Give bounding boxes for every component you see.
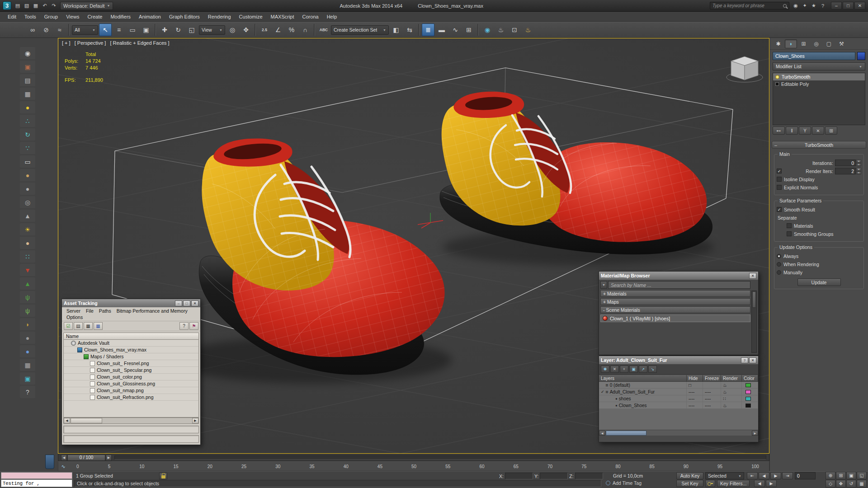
menu-item[interactable]: Create — [83, 12, 106, 21]
zoom-all-icon[interactable]: ⊞ — [836, 472, 846, 479]
menu-item[interactable]: Options — [64, 314, 85, 320]
iterations-field[interactable]: 0 — [835, 160, 856, 166]
render-iters-spinner[interactable]: ▲▼ — [856, 168, 861, 174]
plane-icon[interactable]: ▭ — [20, 155, 35, 168]
hide-cell[interactable]: ---- — [687, 389, 703, 395]
select-and-manipulate-icon[interactable]: ✥ — [240, 23, 252, 36]
drop-icon[interactable]: ▼ — [20, 264, 35, 276]
y-coordinate-field[interactable] — [540, 473, 568, 479]
select-object-icon[interactable]: ↖ — [99, 23, 112, 36]
search-input[interactable]: Type a keyword or phrase — [710, 2, 789, 9]
current-frame-field[interactable]: 0 — [795, 472, 816, 479]
freeze-cell[interactable]: ---- — [703, 395, 721, 402]
freeze-cell[interactable] — [703, 382, 721, 388]
vertical-scrollbar[interactable] — [751, 291, 757, 353]
menu-item[interactable]: Views — [62, 12, 83, 21]
asset-tree-row[interactable]: Autodesk Vault — [64, 340, 198, 347]
mound-icon[interactable]: ◗ — [20, 318, 35, 330]
open-file-icon[interactable]: ▧ — [23, 2, 31, 10]
minimize-button[interactable]: – — [831, 2, 842, 9]
hide-cell[interactable]: □ — [687, 382, 703, 388]
menu-item[interactable]: Corona — [298, 12, 323, 21]
layer-row[interactable]: ● shoes ---- ---- ∷ — [599, 395, 758, 402]
sphere-icon[interactable]: ● — [20, 183, 35, 195]
tab-utilities[interactable]: ⚒ — [835, 39, 848, 48]
favorites-icon[interactable]: ★ — [810, 2, 818, 10]
undo-icon[interactable]: ↶ — [41, 2, 49, 10]
viewport-layout-tab[interactable] — [45, 455, 54, 469]
maxscript-mini-listener[interactable]: Testing for , — [1, 479, 72, 487]
material-group-header[interactable]: - Scene Materials — [600, 306, 750, 313]
close-button[interactable]: ✕ — [191, 300, 198, 306]
move-up-icon[interactable]: ↗ — [639, 366, 647, 373]
column-header[interactable]: Render — [721, 375, 742, 382]
iterations-spinner[interactable]: ▲▼ — [856, 160, 861, 166]
tab-motion[interactable]: ◎ — [810, 39, 822, 48]
grass-icon[interactable]: ψ — [20, 291, 35, 303]
thumbnail-view-icon[interactable]: ▦ — [84, 322, 93, 330]
menu-item[interactable]: Server — [64, 308, 83, 314]
percent-snap-icon[interactable]: % — [285, 23, 298, 36]
help-button[interactable]: ? — [741, 357, 748, 363]
angle-snap-icon[interactable]: ∠ — [272, 23, 284, 36]
spinner-snap-icon[interactable]: ∩ — [299, 23, 311, 36]
column-header[interactable]: Hide — [687, 375, 703, 382]
always-radio[interactable] — [777, 254, 781, 258]
sphere2-icon[interactable]: ● — [20, 332, 35, 344]
camera-eye-icon[interactable]: ◉ — [20, 47, 35, 59]
select-and-rotate-icon[interactable]: ↻ — [172, 23, 184, 36]
smooth-result-checkbox[interactable]: ✓ — [777, 207, 782, 212]
viewport-menu-pov[interactable]: [ Perspective ] — [75, 40, 106, 46]
details-view-icon[interactable]: ▦ — [94, 322, 103, 330]
menu-item[interactable]: Bitmap Performance and Memory — [114, 308, 190, 314]
menu-item[interactable]: Graph Editors — [165, 12, 204, 21]
torus-icon[interactable]: ◎ — [20, 196, 35, 208]
select-and-scale-icon[interactable]: ◱ — [185, 23, 198, 36]
tab-display[interactable]: ▢ — [823, 39, 835, 48]
zoom-region-icon[interactable]: ◱ — [857, 472, 867, 479]
help-icon[interactable]: ? — [179, 322, 189, 330]
maximize-viewport-icon[interactable]: ▦ — [857, 480, 867, 488]
layer-window-titlebar[interactable]: Layer: Adult_Clown_Suit_Fur ?✕ — [599, 356, 758, 364]
when-rendering-radio[interactable] — [777, 262, 781, 267]
modifier-stack-entry[interactable]: Editable Poly — [773, 80, 865, 88]
previous-key-button[interactable]: ◀ — [754, 480, 765, 487]
redo-icon[interactable]: ↷ — [50, 2, 58, 10]
select-and-move-icon[interactable]: ✚ — [158, 23, 171, 36]
orbit-icon[interactable]: ↺ — [846, 480, 856, 488]
layer-row[interactable]: ≣ 0 (default) □ ♨ — [599, 382, 758, 389]
key-mode-dropdown[interactable]: Selected▼ — [705, 472, 744, 479]
menu-item[interactable]: Edit — [4, 12, 20, 21]
close-button[interactable]: ✕ — [854, 2, 865, 9]
grid2-icon[interactable]: ▦ — [20, 88, 35, 100]
render-cell[interactable]: ♨ — [721, 389, 742, 395]
menu-item[interactable]: File — [83, 308, 96, 314]
pin-stack-icon[interactable]: ⊷ — [773, 127, 785, 135]
render-production-icon[interactable]: ♨ — [522, 23, 534, 36]
menu-item[interactable]: Animation — [135, 12, 165, 21]
explicit-normals-checkbox[interactable]: ✓ — [777, 185, 782, 190]
sun-icon[interactable]: ☀ — [20, 223, 35, 235]
key-filters-button[interactable]: Key Filters... — [717, 480, 750, 487]
layer-manager-icon[interactable]: ≣ — [422, 23, 434, 36]
menu-item[interactable]: Modifiers — [106, 12, 135, 21]
material-box-icon[interactable]: ▣ — [20, 61, 35, 73]
close-button[interactable]: ✕ — [749, 357, 756, 363]
reference-coordinate-dropdown[interactable]: View ▼ — [199, 25, 225, 35]
mirror-icon[interactable]: ◧ — [390, 23, 402, 36]
material-editor-icon[interactable]: ◉ — [481, 23, 494, 36]
scroll-left-icon[interactable]: ◀ — [64, 418, 70, 423]
render-iters-checkbox[interactable]: ✓ — [777, 169, 782, 174]
asset-tree-row[interactable]: Clown_suit_Glossiness.png — [64, 380, 198, 387]
set-key-button[interactable]: Set Key — [676, 480, 703, 487]
zoom-extents-icon[interactable]: ▣ — [846, 472, 856, 479]
color-cell[interactable] — [742, 382, 758, 388]
orbit-tool-icon[interactable]: ↻ — [20, 128, 35, 141]
next-frame-icon[interactable]: ▶ — [106, 455, 112, 461]
minimize-button[interactable]: – — [175, 300, 182, 306]
pan-icon[interactable]: ✥ — [836, 480, 846, 488]
modifier-list-dropdown[interactable]: Modifier List ▼ — [773, 62, 865, 70]
use-pivot-center-icon[interactable]: ◎ — [226, 23, 239, 36]
field-of-view-icon[interactable]: ◇ — [826, 480, 835, 488]
light-bulb-icon[interactable]: ● — [20, 101, 35, 113]
